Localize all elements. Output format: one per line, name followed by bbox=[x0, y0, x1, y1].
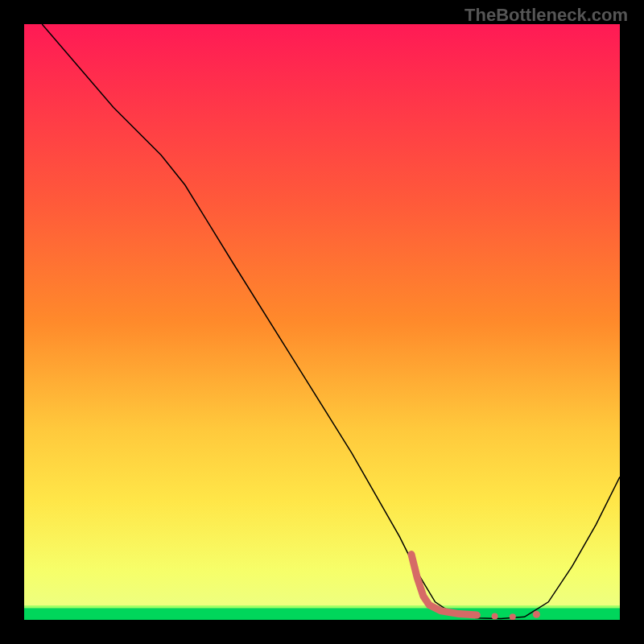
marker-dot-2 bbox=[533, 611, 540, 618]
marker-dot-0 bbox=[492, 613, 498, 620]
watermark-text: TheBottleneck.com bbox=[464, 5, 628, 26]
marker-dot-1 bbox=[510, 613, 516, 620]
plot-area bbox=[24, 24, 620, 620]
chart-svg bbox=[24, 24, 620, 620]
gradient-background bbox=[24, 24, 620, 620]
chart-container: TheBottleneck.com bbox=[0, 0, 644, 644]
lime-separator bbox=[24, 605, 620, 608]
green-baseline-band bbox=[24, 608, 620, 620]
